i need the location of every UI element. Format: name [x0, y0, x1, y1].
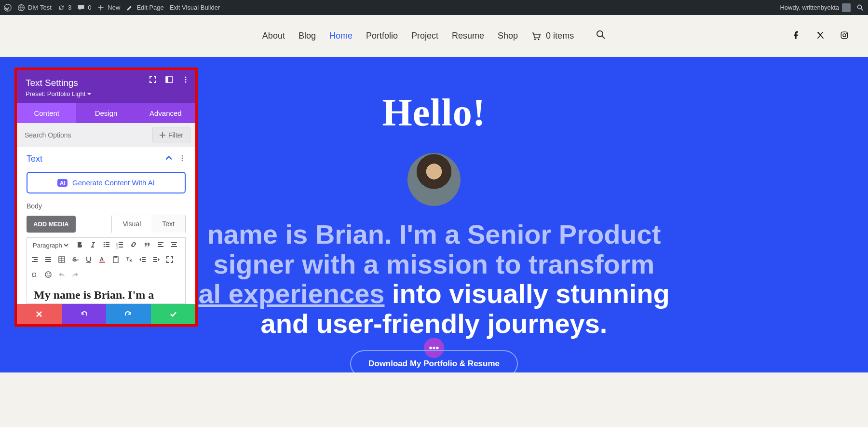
table-icon[interactable]	[58, 256, 66, 265]
cancel-button[interactable]	[17, 304, 62, 324]
nav-project[interactable]: Project	[411, 31, 438, 41]
bold-icon[interactable]	[76, 241, 83, 250]
hero-intro-text[interactable]: name is Brian. I'm a Senior Product sign…	[145, 220, 723, 338]
intro-segment: signer with a mission to transform	[214, 249, 655, 279]
panel-tabs: Content Design Advanced	[17, 103, 195, 123]
ai-badge-icon: AI	[57, 179, 68, 187]
align-left-icon[interactable]	[157, 241, 164, 250]
wp-logo[interactable]	[4, 4, 12, 12]
download-cta-button[interactable]: Download My Portfolio & Resume	[350, 350, 518, 372]
svg-point-57	[45, 272, 51, 277]
panel-header[interactable]: Text Settings Preset: Portfolio Light	[17, 70, 195, 103]
fullscreen-icon[interactable]	[166, 256, 174, 265]
mode-tab-text[interactable]: Text	[151, 215, 185, 233]
quote-icon[interactable]	[143, 241, 151, 250]
svg-rect-52	[142, 261, 146, 262]
indent-icon[interactable]	[152, 256, 160, 265]
svg-point-11	[185, 77, 187, 78]
generate-ai-button[interactable]: AI Generate Content With AI	[27, 172, 186, 193]
cart-count-label: 0 items	[546, 31, 574, 41]
editor-content[interactable]: My name is Brian. I'm a	[27, 283, 186, 304]
howdy-user[interactable]: Howdy, writtenbyekta	[780, 3, 851, 12]
tab-content[interactable]: Content	[17, 103, 76, 123]
snap-icon[interactable]	[165, 76, 173, 85]
hero-greeting: Hello!	[382, 91, 486, 135]
bullet-list-icon[interactable]	[103, 241, 110, 250]
number-list-icon[interactable]: 123	[116, 241, 124, 250]
new-button[interactable]: New	[97, 4, 120, 12]
svg-rect-43	[72, 260, 79, 261]
special-char-icon[interactable]: Ω	[31, 271, 39, 280]
cart-icon	[531, 32, 541, 41]
x-twitter-icon[interactable]	[816, 31, 825, 41]
undo-icon[interactable]	[58, 271, 66, 280]
svg-rect-51	[142, 259, 146, 260]
nav-shop[interactable]: Shop	[498, 31, 518, 41]
tab-advanced[interactable]: Advanced	[136, 103, 195, 123]
panel-preset[interactable]: Preset: Portfolio Light	[26, 90, 187, 97]
expand-icon[interactable]	[149, 76, 157, 85]
svg-rect-28	[119, 247, 123, 248]
section-kebab-icon[interactable]	[179, 155, 186, 163]
comments-indicator[interactable]: 0	[77, 4, 91, 12]
svg-text:Ω: Ω	[32, 271, 37, 278]
nav-blog[interactable]: Blog	[298, 31, 316, 41]
svg-point-21	[104, 246, 105, 248]
facebook-icon[interactable]	[792, 31, 800, 41]
outdent-icon[interactable]	[139, 256, 147, 265]
svg-rect-50	[142, 257, 146, 258]
text-color-icon[interactable]: A	[98, 256, 106, 265]
nav-search-icon[interactable]	[596, 30, 606, 42]
align-right-icon[interactable]	[31, 256, 39, 265]
undo-button[interactable]	[62, 304, 107, 324]
paste-icon[interactable]	[112, 256, 120, 265]
svg-point-3	[534, 39, 536, 40]
italic-icon[interactable]	[89, 241, 97, 250]
collapse-icon[interactable]	[165, 155, 172, 163]
edit-page-link[interactable]: Edit Page	[126, 4, 163, 12]
svg-point-13	[185, 82, 187, 83]
search-options-input[interactable]	[17, 124, 148, 146]
svg-rect-55	[153, 261, 157, 262]
svg-rect-54	[153, 259, 157, 260]
kebab-menu-icon[interactable]	[182, 76, 190, 85]
exit-visual-builder-link[interactable]: Exit Visual Builder	[170, 4, 220, 11]
svg-rect-22	[106, 246, 109, 247]
underline-icon[interactable]	[85, 256, 93, 265]
tab-design[interactable]: Design	[76, 103, 136, 123]
align-justify-icon[interactable]	[44, 256, 52, 265]
sync-indicator[interactable]: 3	[57, 4, 71, 12]
svg-point-14	[182, 155, 183, 157]
svg-point-4	[538, 39, 540, 40]
nav-about[interactable]: About	[262, 31, 285, 41]
editor-toolbar: Paragraph 123 S A T Ω	[27, 237, 186, 283]
align-center-icon[interactable]	[170, 241, 178, 250]
link-icon[interactable]	[130, 241, 137, 250]
clear-format-icon[interactable]: T	[125, 256, 133, 265]
mode-tab-visual[interactable]: Visual	[112, 215, 151, 233]
redo-icon[interactable]	[71, 271, 79, 280]
svg-rect-32	[171, 242, 177, 243]
nav-portfolio[interactable]: Portfolio	[366, 31, 398, 41]
svg-point-58	[47, 274, 48, 275]
nav-cart[interactable]: 0 items	[531, 31, 574, 41]
strike-icon[interactable]: S	[71, 256, 79, 265]
section-title-text[interactable]: Text	[27, 154, 42, 164]
svg-rect-10	[166, 77, 168, 83]
admin-search-icon[interactable]	[856, 4, 864, 12]
filter-button[interactable]: Filter	[152, 127, 190, 143]
site-name[interactable]: Divi Test	[17, 4, 52, 12]
paragraph-format-select[interactable]: Paragraph	[31, 241, 70, 249]
svg-text:T: T	[126, 256, 130, 262]
svg-point-7	[843, 34, 846, 37]
instagram-icon[interactable]	[840, 31, 849, 41]
redo-button[interactable]	[106, 304, 151, 324]
nav-resume[interactable]: Resume	[452, 31, 484, 41]
svg-point-8	[846, 32, 847, 33]
nav-home[interactable]: Home	[329, 31, 353, 41]
profile-avatar	[407, 153, 461, 206]
emoji-icon[interactable]	[44, 271, 52, 280]
svg-point-2	[857, 5, 861, 9]
add-media-button[interactable]: ADD MEDIA	[27, 216, 76, 233]
save-button[interactable]	[151, 304, 196, 324]
